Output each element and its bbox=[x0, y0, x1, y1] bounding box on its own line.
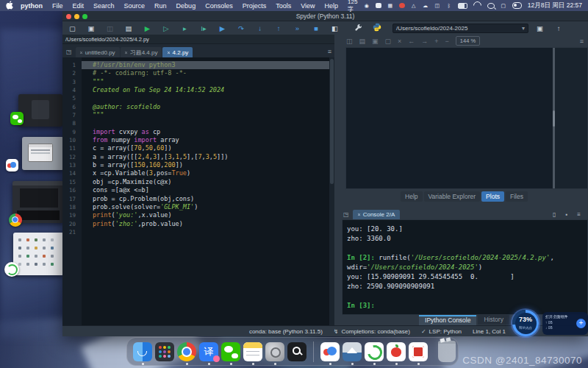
run-cell-advance-icon[interactable]: ▸ bbox=[179, 24, 190, 32]
browse-tabs-icon[interactable]: ◳ bbox=[66, 49, 72, 55]
scrollbar-thumb[interactable] bbox=[330, 59, 334, 184]
step-out-icon[interactable]: ↑ bbox=[273, 24, 284, 32]
dock-wechat-icon[interactable] bbox=[221, 342, 240, 361]
dock-chess-app-icon[interactable] bbox=[409, 342, 428, 361]
menu-consoles[interactable]: Consoles bbox=[205, 2, 233, 10]
tab-options-icon[interactable]: ≡ bbox=[328, 48, 331, 55]
save-all-icon[interactable]: ▤ bbox=[123, 24, 135, 32]
run-selection-icon[interactable]: I▸ bbox=[198, 24, 209, 32]
menu-help[interactable]: Help bbox=[325, 2, 339, 10]
mic-icon[interactable] bbox=[376, 3, 381, 8]
tab-4-2-py[interactable]: × 4.2.py bbox=[162, 47, 193, 57]
tab-plots[interactable]: Plots bbox=[481, 191, 504, 202]
wifi-icon[interactable] bbox=[472, 0, 484, 11]
python-env-icon[interactable] bbox=[371, 23, 382, 33]
console-tab[interactable]: × Console 2/A bbox=[353, 210, 401, 219]
previous-plot-icon[interactable]: ← bbox=[408, 38, 415, 45]
console-output[interactable]: you: [20. 30.]zho: 3360.0 In [2]: runfil… bbox=[342, 219, 588, 315]
tab-ipython-console[interactable]: IPython Console bbox=[419, 315, 476, 325]
copy-image-icon[interactable]: ▣ bbox=[372, 38, 379, 45]
copy-icon[interactable]: ▯ bbox=[553, 211, 556, 218]
tab-help[interactable]: Help bbox=[401, 191, 422, 202]
preferences-wrench-icon[interactable] bbox=[353, 24, 364, 33]
close-icon[interactable]: × bbox=[358, 212, 361, 217]
chevron-down-icon[interactable]: ▾ bbox=[522, 25, 525, 32]
control-center-icon[interactable] bbox=[512, 2, 522, 9]
zoom-out-icon[interactable]: − bbox=[445, 38, 449, 45]
remove-plot-icon[interactable]: ▢ bbox=[385, 38, 392, 45]
menu-run[interactable]: Run bbox=[154, 2, 167, 10]
dock-finder-icon[interactable] bbox=[133, 342, 152, 361]
save-all-plots-icon[interactable]: ▤ bbox=[359, 38, 366, 45]
dock-passwords-icon[interactable] bbox=[287, 342, 306, 361]
tab-xiti44[interactable]: × 习题4.4.py bbox=[121, 47, 162, 57]
go-up-directory-icon[interactable]: ↑ bbox=[553, 24, 564, 32]
dock-system-settings-icon[interactable] bbox=[265, 342, 284, 361]
dock-launchpad-icon[interactable] bbox=[155, 342, 174, 361]
dock-green-ring-app-icon[interactable] bbox=[365, 342, 384, 361]
screen-record-icon[interactable] bbox=[399, 3, 405, 8]
memory-ring-gauge[interactable] bbox=[512, 310, 539, 336]
browse-consoles-icon[interactable]: ◳ bbox=[343, 211, 349, 218]
tab-untitled0[interactable]: × untitled0.py bbox=[76, 47, 120, 57]
dock-translate-icon[interactable]: 译 bbox=[199, 342, 218, 361]
menu-source[interactable]: Source bbox=[124, 2, 146, 10]
menu-clock[interactable]: 12月8日 周日 22:57 bbox=[528, 1, 582, 10]
zoom-in-icon[interactable]: + bbox=[434, 38, 438, 45]
shapes-icon[interactable]: △ bbox=[411, 2, 417, 10]
remove-all-plots-icon[interactable]: × bbox=[398, 38, 401, 45]
dock-baidu-netdisk-icon[interactable] bbox=[320, 342, 340, 361]
next-plot-icon[interactable]: → bbox=[421, 38, 428, 45]
dock-preview-icon[interactable] bbox=[343, 342, 362, 361]
keyboard-icon[interactable]: ▦ bbox=[387, 2, 393, 10]
browse-directory-icon[interactable]: ▣ bbox=[534, 24, 545, 32]
open-file-icon[interactable]: ▣ bbox=[86, 24, 97, 32]
memory-action-label[interactable]: 释放内存 bbox=[516, 325, 536, 330]
menu-projects[interactable]: Projects bbox=[243, 2, 267, 10]
continue-icon[interactable]: » bbox=[292, 24, 303, 32]
dock-apple-app-icon[interactable] bbox=[387, 342, 406, 361]
plots-canvas[interactable] bbox=[345, 47, 588, 189]
step-over-icon[interactable]: ↷ bbox=[236, 24, 247, 32]
input-source-icon[interactable]: ◉ bbox=[364, 2, 370, 10]
menu-app-name[interactable]: python bbox=[21, 2, 43, 10]
menu-tools[interactable]: Tools bbox=[276, 2, 291, 10]
run-icon[interactable]: ▶ bbox=[142, 24, 153, 32]
dock-chrome-icon[interactable] bbox=[177, 342, 196, 361]
debug-icon[interactable]: ▶ bbox=[217, 24, 228, 32]
close-icon[interactable]: × bbox=[167, 50, 170, 55]
editor-scrollbar[interactable] bbox=[329, 57, 334, 325]
save-plot-icon[interactable]: ◫ bbox=[346, 38, 353, 45]
display-icon[interactable]: ▢ bbox=[501, 2, 506, 10]
menu-debug[interactable]: Debug bbox=[176, 2, 196, 10]
run-cell-icon[interactable]: ▷ bbox=[161, 24, 172, 32]
assistant-title[interactable]: 打开桌面组件 bbox=[545, 314, 579, 320]
tab-files[interactable]: Files bbox=[506, 191, 528, 202]
menu-view[interactable]: View bbox=[301, 2, 315, 10]
interrupt-icon[interactable]: ▪ bbox=[565, 211, 567, 218]
plots-thumbnail-strip[interactable] bbox=[555, 48, 587, 188]
code-editor[interactable]: 1#!/usr/bin/env python32# -*- codiarng: … bbox=[62, 57, 334, 325]
search-icon[interactable] bbox=[487, 3, 495, 9]
completions-status[interactable]: Completions: conda(base) bbox=[342, 328, 410, 335]
dock-trash-icon[interactable] bbox=[438, 341, 456, 362]
stage-thumb-dialog[interactable] bbox=[22, 137, 64, 170]
maximize-pane-icon[interactable]: ◧ bbox=[329, 24, 340, 32]
stage-manager-icon[interactable]: ◫ bbox=[434, 2, 440, 10]
apple-menu[interactable] bbox=[6, 1, 13, 11]
plots-options-icon[interactable]: ≡ bbox=[580, 38, 584, 45]
close-icon[interactable]: × bbox=[80, 50, 83, 55]
bluetooth-icon[interactable]: ᛒ bbox=[446, 2, 452, 10]
menu-file[interactable]: File bbox=[52, 2, 63, 10]
step-into-icon[interactable]: ↓ bbox=[254, 24, 265, 32]
stage-thumb-wechat[interactable] bbox=[18, 94, 62, 127]
stop-icon[interactable]: ■ bbox=[311, 24, 322, 32]
new-file-icon[interactable]: ▢ bbox=[67, 24, 78, 32]
tab-variable-explorer[interactable]: Variable Explorer bbox=[424, 191, 481, 202]
stage-thumb-launchpad[interactable] bbox=[13, 233, 64, 275]
conda-env-status[interactable]: conda: base (Python 3.11.5) bbox=[249, 328, 323, 335]
battery-icon[interactable] bbox=[458, 3, 467, 9]
close-icon[interactable]: × bbox=[125, 50, 128, 55]
tab-history[interactable]: History bbox=[478, 315, 509, 325]
save-icon[interactable]: ◫ bbox=[104, 24, 115, 32]
